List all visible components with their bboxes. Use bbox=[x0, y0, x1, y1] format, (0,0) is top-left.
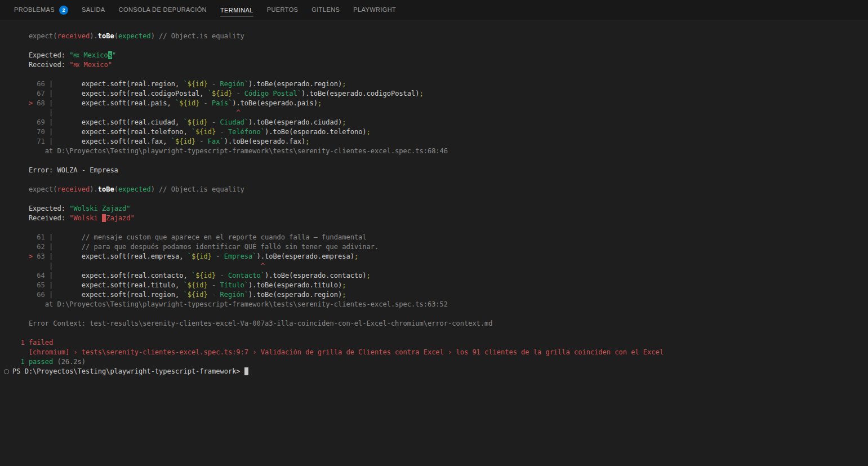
terminal-line: Received: "Wolski Zajazd" bbox=[12, 214, 868, 223]
terminal-line: 66 | expect.soft(real.region, `${id} - R… bbox=[12, 79, 868, 89]
terminal-cursor bbox=[244, 367, 248, 375]
tab-label: TERMINAL bbox=[220, 7, 253, 16]
tab-gitlens[interactable]: GITLENS bbox=[311, 0, 340, 20]
tab-terminal[interactable]: TERMINAL bbox=[220, 0, 253, 20]
tab-playwright[interactable]: PLAYWRIGHT bbox=[353, 0, 396, 20]
terminal-line: expect(received).toBe(expected) // Objec… bbox=[12, 185, 868, 194]
terminal-panel[interactable]: expect(received).toBe(expected) // Objec… bbox=[0, 20, 868, 466]
terminal-line bbox=[12, 175, 868, 185]
terminal-line bbox=[12, 223, 868, 233]
terminal-line: 62 | // para que después podamos identif… bbox=[12, 242, 868, 252]
terminal-line bbox=[12, 156, 868, 166]
tab-label: PLAYWRIGHT bbox=[353, 0, 396, 20]
terminal-line: 67 | expect.soft(real.codigoPostal, `${i… bbox=[12, 89, 868, 99]
terminal-line: 1 failed bbox=[12, 338, 868, 348]
terminal-line: expect(received).toBe(expected) // Objec… bbox=[12, 32, 868, 41]
terminal-line: | ^ bbox=[12, 108, 868, 118]
terminal-line: Expected: "Wolski Zajazd" bbox=[12, 204, 868, 214]
terminal-line: PS D:\Proyectos\Testing\playwright-types… bbox=[12, 367, 868, 376]
tab-label: PUERTOS bbox=[267, 0, 299, 20]
terminal-line: Error: WOLZA - Empresa bbox=[12, 166, 868, 175]
tab-label: GITLENS bbox=[311, 0, 340, 20]
terminal-line: Expected: "MX Mexicos" bbox=[12, 51, 868, 60]
terminal-line bbox=[12, 194, 868, 204]
tab-puertos[interactable]: PUERTOS bbox=[267, 0, 299, 20]
terminal-line bbox=[12, 70, 868, 79]
terminal-line: 66 | expect.soft(real.region, `${id} - R… bbox=[12, 290, 868, 300]
terminal-line: 1 passed (26.2s) bbox=[12, 357, 868, 367]
terminal-line bbox=[12, 41, 868, 51]
terminal-line: [chromium] › tests\serenity-clientes-exc… bbox=[12, 348, 868, 357]
terminal-line: Received: "MX Mexico" bbox=[12, 60, 868, 70]
terminal-line bbox=[12, 309, 868, 319]
terminal-output: expect(received).toBe(expected) // Objec… bbox=[12, 32, 868, 376]
tab-salida[interactable]: SALIDA bbox=[82, 0, 105, 20]
panel-tab-bar: PROBLEMAS 2 SALIDA CONSOLA DE DEPURACIÓN… bbox=[0, 0, 868, 20]
terminal-line: > 68 | expect.soft(real.pais, `${id} - P… bbox=[12, 99, 868, 108]
tab-problemas[interactable]: PROBLEMAS 2 bbox=[14, 0, 68, 20]
problems-count-badge: 2 bbox=[59, 6, 68, 15]
terminal-line: > 63 | expect.soft(real.empresa, `${id} … bbox=[12, 252, 868, 261]
terminal-line: 61 | // mensaje custom que aparece en el… bbox=[12, 233, 868, 242]
terminal-line: at D:\Proyectos\Testing\playwright-types… bbox=[12, 300, 868, 309]
terminal-line: 64 | expect.soft(real.contacto, `${id} -… bbox=[12, 271, 868, 281]
terminal-line: Error Context: test-results\serenity-cli… bbox=[12, 319, 868, 329]
terminal-line: 69 | expect.soft(real.ciudad, `${id} - C… bbox=[12, 118, 868, 127]
terminal-line: 65 | expect.soft(real.titulo, `${id} - T… bbox=[12, 281, 868, 290]
tab-label: SALIDA bbox=[82, 0, 105, 20]
terminal-line: | ^ bbox=[12, 261, 868, 271]
terminal-line: 71 | expect.soft(real.fax, `${id} - Fax`… bbox=[12, 137, 868, 147]
command-decoration-icon bbox=[4, 369, 9, 374]
terminal-line bbox=[12, 329, 868, 338]
terminal-line: at D:\Proyectos\Testing\playwright-types… bbox=[12, 147, 868, 156]
tab-label: PROBLEMAS bbox=[14, 0, 55, 20]
terminal-line: 70 | expect.soft(real.telefono, `${id} -… bbox=[12, 127, 868, 137]
tab-consola-de-depuracion[interactable]: CONSOLA DE DEPURACIÓN bbox=[119, 0, 207, 20]
tab-label: CONSOLA DE DEPURACIÓN bbox=[119, 0, 207, 20]
vscode-bottom-panel: PROBLEMAS 2 SALIDA CONSOLA DE DEPURACIÓN… bbox=[0, 0, 868, 466]
